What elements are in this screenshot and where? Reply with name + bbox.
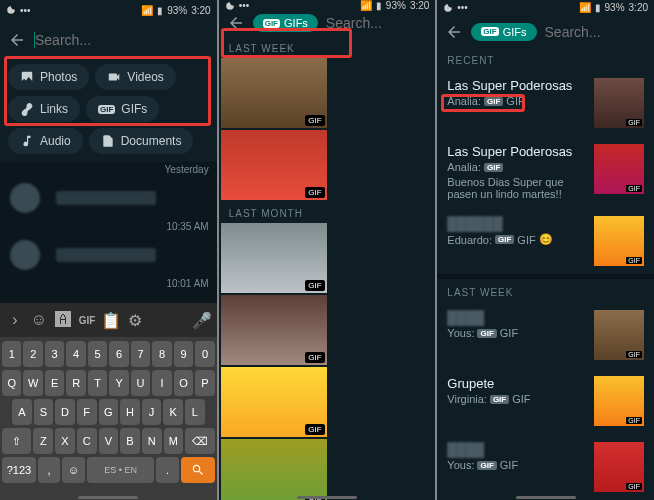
moon-icon [6,5,16,15]
chevron-right-icon[interactable]: › [4,309,26,331]
chip-photos[interactable]: Photos [8,64,89,90]
list-msg: GIF [506,95,524,107]
gif-thumb[interactable] [221,295,327,365]
search-input[interactable] [545,24,654,40]
key-r[interactable]: R [66,370,85,396]
settings-icon[interactable]: ⚙ [124,309,146,331]
key-l[interactable]: L [185,399,205,425]
key-emoji[interactable]: ☺ [62,457,85,483]
filter-pill-gifs[interactable]: GIFGIFs [471,23,536,41]
chip-gifs[interactable]: GIFGIFs [86,96,159,122]
key-space[interactable]: ES • EN [87,457,155,483]
key-e[interactable]: E [45,370,64,396]
key-search[interactable] [181,457,215,483]
gif-thumb[interactable] [221,223,327,293]
list-title: Las Super Poderosas [447,78,586,93]
key-o[interactable]: O [174,370,193,396]
gif-icon[interactable]: GIF [76,309,98,331]
key-9[interactable]: 9 [174,341,193,367]
list-title: ████ [447,310,586,325]
key-6[interactable]: 6 [109,341,128,367]
back-button[interactable] [8,28,26,52]
key-period[interactable]: . [156,457,179,483]
status-bar: ••• 📶▮93%3:20 [437,0,654,16]
key-backspace[interactable]: ⌫ [185,428,215,454]
key-a[interactable]: A [12,399,32,425]
key-h[interactable]: H [120,399,140,425]
key-i[interactable]: I [152,370,171,396]
gif-thumb[interactable] [221,130,327,200]
list-item[interactable]: ████ Yous: GIF GIF [437,434,654,500]
list-title: Las Super Poderosas [447,144,586,159]
list-item[interactable]: ████ Yous: GIF GIF [437,302,654,368]
key-p[interactable]: P [195,370,214,396]
key-k[interactable]: K [163,399,183,425]
filter-pill-gifs[interactable]: GIFGIFs [253,14,318,32]
key-d[interactable]: D [55,399,75,425]
gif-thumb[interactable] [221,367,327,437]
chip-videos[interactable]: Videos [95,64,175,90]
moon-icon [443,3,453,13]
key-v[interactable]: V [99,428,119,454]
list-item[interactable]: Grupete Virginia: GIF GIF [437,368,654,434]
chip-audio[interactable]: Audio [8,128,83,154]
gif-thumb[interactable] [221,439,327,500]
back-button[interactable] [227,11,245,35]
key-u[interactable]: U [131,370,150,396]
filter-chips: Photos Videos Links GIFGIFs Audio Docume… [0,60,217,162]
key-1[interactable]: 1 [2,341,21,367]
key-symbols[interactable]: ?123 [2,457,36,483]
key-b[interactable]: B [120,428,140,454]
list-item[interactable]: ██████ Eduardo: GIF GIF 😊 [437,208,654,274]
key-0[interactable]: 0 [195,341,214,367]
key-x[interactable]: X [55,428,75,454]
sticker-icon[interactable]: ☺ [28,309,50,331]
list-item[interactable]: Las Super Poderosas Analia: GIF GIF [437,70,654,136]
translate-icon[interactable]: 🅰 [52,309,74,331]
chip-links[interactable]: Links [8,96,80,122]
key-f[interactable]: F [77,399,97,425]
list-item[interactable]: Las Super Poderosas Analia: GIF Buenos D… [437,136,654,208]
list-title: Grupete [447,376,586,391]
key-n[interactable]: N [142,428,162,454]
key-j[interactable]: J [142,399,162,425]
key-comma[interactable]: , [38,457,61,483]
key-m[interactable]: M [164,428,184,454]
avatar [10,183,40,213]
chip-label: GIFs [121,102,147,116]
chip-label: Videos [127,70,163,84]
list-sender: Eduardo: [447,234,492,246]
key-s[interactable]: S [34,399,54,425]
key-w[interactable]: W [23,370,42,396]
gif-thumb [594,144,644,194]
key-3[interactable]: 3 [45,341,64,367]
signal-icon: 📶 [141,5,153,16]
key-z[interactable]: Z [33,428,53,454]
key-g[interactable]: G [99,399,119,425]
list-msg: GIF [500,327,518,339]
key-shift[interactable]: ⇧ [2,428,32,454]
key-5[interactable]: 5 [88,341,107,367]
section-last-month: LAST MONTH [219,200,436,223]
key-q[interactable]: Q [2,370,21,396]
key-c[interactable]: C [77,428,97,454]
key-y[interactable]: Y [109,370,128,396]
chip-documents[interactable]: Documents [89,128,194,154]
gif-icon: GIF [481,27,498,36]
soft-keyboard: 1234567890 QWERTYUIOP ASDFGHJKL ⇧ZXCVBNM… [0,337,217,500]
list-title: ████ [447,442,586,457]
key-8[interactable]: 8 [152,341,171,367]
mic-icon[interactable]: 🎤 [191,309,213,331]
clipboard-icon[interactable]: 📋 [100,309,122,331]
key-7[interactable]: 7 [131,341,150,367]
key-t[interactable]: T [88,370,107,396]
key-4[interactable]: 4 [66,341,85,367]
search-input[interactable] [34,32,210,48]
status-bar: ••• 📶▮93%3:20 [219,0,436,11]
back-button[interactable] [445,20,463,44]
avatar [10,240,40,270]
gif-thumb[interactable] [221,58,327,128]
chat-preview [56,248,156,262]
search-input[interactable] [326,15,435,31]
key-2[interactable]: 2 [23,341,42,367]
